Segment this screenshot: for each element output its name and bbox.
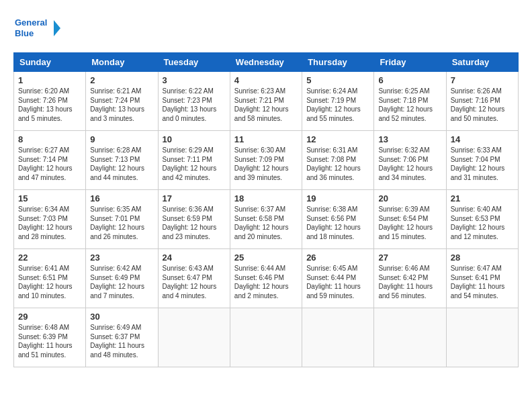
calendar-week-5: 29Sunrise: 6:48 AMSunset: 6:39 PMDayligh… [14,308,519,367]
day-number: 5 [306,75,369,85]
cell-daylight-info: Sunrise: 6:46 AMSunset: 6:42 PMDaylight:… [378,264,441,300]
calendar-week-4: 22Sunrise: 6:41 AMSunset: 6:51 PMDayligh… [14,249,519,308]
calendar-cell: 27Sunrise: 6:46 AMSunset: 6:42 PMDayligh… [374,249,446,308]
calendar-cell: 25Sunrise: 6:44 AMSunset: 6:46 PMDayligh… [230,249,302,308]
calendar-cell: 28Sunrise: 6:47 AMSunset: 6:41 PMDayligh… [446,249,518,308]
calendar-cell: 2Sunrise: 6:21 AMSunset: 7:24 PMDaylight… [86,72,158,131]
header-wednesday: Wednesday [230,53,302,72]
calendar-cell: 21Sunrise: 6:40 AMSunset: 6:53 PMDayligh… [446,190,518,249]
svg-marker-2 [54,20,60,36]
cell-daylight-info: Sunrise: 6:32 AMSunset: 7:06 PMDaylight:… [378,146,441,182]
day-number: 30 [90,312,153,322]
calendar-cell [446,308,518,367]
day-number: 9 [90,134,153,144]
cell-daylight-info: Sunrise: 6:40 AMSunset: 6:53 PMDaylight:… [451,205,514,241]
calendar-cell: 26Sunrise: 6:45 AMSunset: 6:44 PMDayligh… [302,249,374,308]
day-number: 12 [306,134,369,144]
calendar-cell: 29Sunrise: 6:48 AMSunset: 6:39 PMDayligh… [14,308,86,367]
calendar-cell: 7Sunrise: 6:26 AMSunset: 7:16 PMDaylight… [446,72,518,131]
cell-daylight-info: Sunrise: 6:45 AMSunset: 6:44 PMDaylight:… [306,264,369,300]
calendar-cell: 16Sunrise: 6:35 AMSunset: 7:01 PMDayligh… [86,190,158,249]
calendar-cell: 12Sunrise: 6:31 AMSunset: 7:08 PMDayligh… [302,131,374,190]
calendar-cell [230,308,302,367]
cell-daylight-info: Sunrise: 6:31 AMSunset: 7:08 PMDaylight:… [306,146,369,182]
calendar-week-1: 1Sunrise: 6:20 AMSunset: 7:26 PMDaylight… [14,72,519,131]
day-number: 18 [234,193,298,203]
day-number: 22 [18,253,81,263]
cell-daylight-info: Sunrise: 6:48 AMSunset: 6:39 PMDaylight:… [18,323,81,359]
calendar-cell: 8Sunrise: 6:27 AMSunset: 7:14 PMDaylight… [14,131,86,190]
cell-daylight-info: Sunrise: 6:37 AMSunset: 6:58 PMDaylight:… [234,205,298,241]
calendar-cell: 22Sunrise: 6:41 AMSunset: 6:51 PMDayligh… [14,249,86,308]
calendar-cell [302,308,374,367]
calendar-cell: 1Sunrise: 6:20 AMSunset: 7:26 PMDaylight… [14,72,86,131]
cell-daylight-info: Sunrise: 6:41 AMSunset: 6:51 PMDaylight:… [18,264,81,300]
calendar-week-2: 8Sunrise: 6:27 AMSunset: 7:14 PMDaylight… [14,131,519,190]
calendar-cell: 3Sunrise: 6:22 AMSunset: 7:23 PMDaylight… [158,72,230,131]
svg-text:Blue: Blue [15,28,34,38]
calendar-table: SundayMondayTuesdayWednesdayThursdayFrid… [13,52,519,367]
day-number: 8 [18,134,81,144]
cell-daylight-info: Sunrise: 6:29 AMSunset: 7:11 PMDaylight:… [163,146,226,182]
day-number: 23 [90,253,153,263]
cell-daylight-info: Sunrise: 6:35 AMSunset: 7:01 PMDaylight:… [90,205,153,241]
day-number: 26 [306,253,369,263]
day-number: 25 [234,253,298,263]
day-number: 11 [234,134,298,144]
cell-daylight-info: Sunrise: 6:39 AMSunset: 6:54 PMDaylight:… [378,205,441,241]
cell-daylight-info: Sunrise: 6:27 AMSunset: 7:14 PMDaylight:… [18,146,81,182]
day-number: 28 [451,253,514,263]
day-number: 2 [90,75,153,85]
cell-daylight-info: Sunrise: 6:34 AMSunset: 7:03 PMDaylight:… [18,205,81,241]
day-number: 1 [18,75,81,85]
cell-daylight-info: Sunrise: 6:49 AMSunset: 6:37 PMDaylight:… [90,323,153,359]
calendar-cell [374,308,446,367]
day-number: 20 [378,193,441,203]
calendar-cell: 4Sunrise: 6:23 AMSunset: 7:21 PMDaylight… [230,72,302,131]
cell-daylight-info: Sunrise: 6:28 AMSunset: 7:13 PMDaylight:… [90,146,153,182]
day-number: 13 [378,134,441,144]
calendar-cell: 13Sunrise: 6:32 AMSunset: 7:06 PMDayligh… [374,131,446,190]
header-monday: Monday [86,53,158,72]
calendar-week-3: 15Sunrise: 6:34 AMSunset: 7:03 PMDayligh… [14,190,519,249]
calendar-cell: 11Sunrise: 6:30 AMSunset: 7:09 PMDayligh… [230,131,302,190]
calendar-cell: 15Sunrise: 6:34 AMSunset: 7:03 PMDayligh… [14,190,86,249]
day-number: 7 [451,75,514,85]
logo-text: General Blue [13,13,60,46]
cell-daylight-info: Sunrise: 6:21 AMSunset: 7:24 PMDaylight:… [90,87,153,123]
header-saturday: Saturday [446,53,518,72]
logo-svg: General Blue [13,13,60,43]
page-header: General Blue [13,13,519,46]
cell-daylight-info: Sunrise: 6:23 AMSunset: 7:21 PMDaylight:… [234,87,298,123]
calendar-cell: 23Sunrise: 6:42 AMSunset: 6:49 PMDayligh… [86,249,158,308]
cell-daylight-info: Sunrise: 6:47 AMSunset: 6:41 PMDaylight:… [451,264,514,300]
day-number: 14 [451,134,514,144]
cell-daylight-info: Sunrise: 6:38 AMSunset: 6:56 PMDaylight:… [306,205,369,241]
header-tuesday: Tuesday [158,53,230,72]
calendar-cell: 20Sunrise: 6:39 AMSunset: 6:54 PMDayligh… [374,190,446,249]
svg-text:General: General [15,17,47,28]
cell-daylight-info: Sunrise: 6:42 AMSunset: 6:49 PMDaylight:… [90,264,153,300]
day-number: 29 [18,312,81,322]
day-number: 17 [163,193,226,203]
logo: General Blue [13,13,60,46]
calendar-cell: 18Sunrise: 6:37 AMSunset: 6:58 PMDayligh… [230,190,302,249]
cell-daylight-info: Sunrise: 6:26 AMSunset: 7:16 PMDaylight:… [451,87,514,123]
header-friday: Friday [374,53,446,72]
day-number: 3 [163,75,226,85]
calendar-header-row: SundayMondayTuesdayWednesdayThursdayFrid… [14,53,519,72]
header-thursday: Thursday [302,53,374,72]
day-number: 19 [306,193,369,203]
cell-daylight-info: Sunrise: 6:36 AMSunset: 6:59 PMDaylight:… [163,205,226,241]
header-sunday: Sunday [14,53,86,72]
calendar-cell: 14Sunrise: 6:33 AMSunset: 7:04 PMDayligh… [446,131,518,190]
day-number: 10 [163,134,226,144]
calendar-cell: 24Sunrise: 6:43 AMSunset: 6:47 PMDayligh… [158,249,230,308]
day-number: 27 [378,253,441,263]
day-number: 24 [163,253,226,263]
day-number: 4 [234,75,298,85]
cell-daylight-info: Sunrise: 6:44 AMSunset: 6:46 PMDaylight:… [234,264,298,300]
calendar-cell: 19Sunrise: 6:38 AMSunset: 6:56 PMDayligh… [302,190,374,249]
cell-daylight-info: Sunrise: 6:33 AMSunset: 7:04 PMDaylight:… [451,146,514,182]
cell-daylight-info: Sunrise: 6:20 AMSunset: 7:26 PMDaylight:… [18,87,81,123]
